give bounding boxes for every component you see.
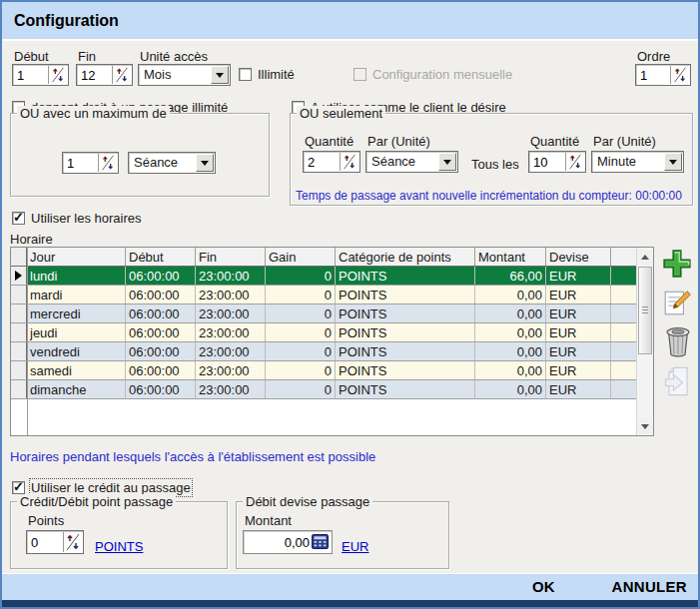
ordre-input[interactable]: [638, 66, 670, 84]
edit-button[interactable]: [662, 288, 692, 317]
spinner-up-down-icon[interactable]: [63, 532, 82, 552]
debut-input[interactable]: [15, 66, 48, 84]
cell-jour[interactable]: lundi: [27, 267, 126, 285]
annuler-button[interactable]: ANNULER: [612, 574, 687, 600]
table-row-samedi[interactable]: samedi 06:00:00 23:00:00 0 POINTS 0,00 E…: [11, 361, 653, 380]
cell-debut[interactable]: 06:00:00: [126, 267, 196, 285]
spinner-up-down-icon[interactable]: [670, 66, 689, 84]
debut-spinner[interactable]: [12, 64, 69, 86]
cell-devise[interactable]: EUR: [546, 342, 611, 360]
spinner-up-down-icon[interactable]: [48, 66, 67, 84]
delete-button[interactable]: [664, 324, 692, 358]
cell-gain[interactable]: 0: [266, 323, 336, 341]
unite-acces-dropdown[interactable]: Mois: [138, 64, 231, 86]
spinner-up-down-icon[interactable]: [98, 154, 117, 172]
cell-fin[interactable]: 23:00:00: [196, 267, 266, 285]
cell-devise[interactable]: EUR: [546, 380, 611, 398]
chevron-down-icon[interactable]: [664, 153, 682, 171]
cell-gain[interactable]: 0: [266, 342, 336, 360]
scroll-down-icon[interactable]: [638, 418, 652, 434]
fin-input[interactable]: [79, 66, 112, 84]
add-button[interactable]: [661, 248, 693, 280]
montant-field[interactable]: [243, 530, 333, 554]
maximum-input[interactable]: [65, 154, 98, 172]
cell-categorie[interactable]: POINTS: [336, 361, 475, 379]
row-selector[interactable]: [11, 342, 27, 360]
cell-devise[interactable]: EUR: [546, 323, 611, 341]
cell-montant[interactable]: 66,00: [475, 267, 546, 285]
table-row-mardi[interactable]: mardi 06:00:00 23:00:00 0 POINTS 0,00 EU…: [11, 286, 653, 304]
cell-debut[interactable]: 06:00:00: [126, 286, 196, 304]
utiliser-credit-checkbox[interactable]: Utiliser le crédit au passage: [12, 480, 191, 495]
calculator-icon[interactable]: [312, 534, 329, 549]
quantite-spinner-2[interactable]: [528, 151, 586, 173]
cell-jour[interactable]: mardi: [27, 286, 126, 304]
table-row-jeudi[interactable]: jeudi 06:00:00 23:00:00 0 POINTS 0,00 EU…: [11, 323, 653, 342]
fin-spinner[interactable]: [76, 64, 133, 86]
cell-debut[interactable]: 06:00:00: [126, 342, 196, 360]
table-row-mercredi[interactable]: mercredi 06:00:00 23:00:00 0 POINTS 0,00…: [11, 304, 653, 323]
cell-debut[interactable]: 06:00:00: [126, 304, 196, 322]
utiliser-horaires-checkbox[interactable]: Utiliser les horaires: [12, 211, 142, 226]
cell-devise[interactable]: EUR: [546, 267, 611, 285]
spinner-up-down-icon[interactable]: [565, 153, 584, 171]
cell-fin[interactable]: 23:00:00: [196, 361, 266, 379]
cell-categorie[interactable]: POINTS: [336, 342, 475, 360]
cell-gain[interactable]: 0: [266, 286, 336, 304]
scrollbar-thumb[interactable]: [638, 267, 652, 354]
par-unite-dropdown-1[interactable]: Séance: [365, 151, 458, 173]
cell-categorie[interactable]: POINTS: [336, 380, 475, 398]
cell-fin[interactable]: 23:00:00: [196, 380, 266, 398]
cell-categorie[interactable]: POINTS: [336, 304, 475, 322]
cell-fin[interactable]: 23:00:00: [196, 304, 266, 322]
eur-link[interactable]: EUR: [342, 539, 368, 554]
cell-devise[interactable]: EUR: [546, 304, 611, 322]
table-row-vendredi[interactable]: vendredi 06:00:00 23:00:00 0 POINTS 0,00…: [11, 342, 653, 361]
spinner-up-down-icon[interactable]: [112, 66, 131, 84]
table-row-dimanche[interactable]: dimanche 06:00:00 23:00:00 0 POINTS 0,00…: [11, 380, 653, 399]
cell-gain[interactable]: 0: [266, 267, 336, 285]
illimite-checkbox[interactable]: Illimité: [239, 67, 295, 82]
ordre-spinner[interactable]: [635, 64, 691, 86]
quantite-spinner-1[interactable]: [303, 151, 360, 173]
spinner-up-down-icon[interactable]: [340, 153, 358, 171]
cell-fin[interactable]: 23:00:00: [196, 323, 266, 341]
cell-montant[interactable]: 0,00: [475, 323, 546, 341]
cell-jour[interactable]: dimanche: [27, 380, 126, 398]
row-selector[interactable]: [11, 304, 27, 322]
cell-jour[interactable]: samedi: [27, 361, 126, 379]
cell-debut[interactable]: 06:00:00: [126, 380, 196, 398]
cell-montant[interactable]: 0,00: [475, 342, 546, 360]
cell-categorie[interactable]: POINTS: [336, 286, 475, 304]
row-selector[interactable]: [11, 286, 27, 304]
cell-gain[interactable]: 0: [266, 304, 336, 322]
chevron-down-icon[interactable]: [211, 66, 229, 84]
row-selector[interactable]: [11, 361, 27, 379]
cell-montant[interactable]: 0,00: [475, 286, 546, 304]
cell-debut[interactable]: 06:00:00: [126, 323, 196, 341]
points-input[interactable]: [29, 532, 63, 552]
points-link[interactable]: POINTS: [95, 539, 143, 554]
cell-gain[interactable]: 0: [266, 380, 336, 398]
chevron-down-icon[interactable]: [196, 154, 214, 172]
cell-montant[interactable]: 0,00: [475, 361, 546, 379]
cell-categorie[interactable]: POINTS: [336, 267, 475, 285]
cell-devise[interactable]: EUR: [546, 286, 611, 304]
chevron-down-icon[interactable]: [438, 153, 456, 171]
vertical-scrollbar[interactable]: [636, 248, 653, 435]
cell-debut[interactable]: 06:00:00: [126, 361, 196, 379]
cell-fin[interactable]: 23:00:00: [196, 286, 266, 304]
quantite-input-1[interactable]: [306, 153, 340, 171]
par-unite-dropdown-2[interactable]: Minute: [591, 151, 684, 173]
cell-categorie[interactable]: POINTS: [336, 323, 475, 341]
montant-input[interactable]: [246, 532, 312, 552]
quantite-input-2[interactable]: [531, 153, 565, 171]
cell-jour[interactable]: vendredi: [27, 342, 126, 360]
ok-button[interactable]: OK: [532, 574, 555, 600]
cell-fin[interactable]: 23:00:00: [196, 342, 266, 360]
cell-gain[interactable]: 0: [266, 361, 336, 379]
points-spinner[interactable]: [26, 530, 84, 554]
row-selector[interactable]: [11, 323, 27, 341]
table-row-lundi[interactable]: lundi 06:00:00 23:00:00 0 POINTS 66,00 E…: [11, 267, 653, 286]
cell-montant[interactable]: 0,00: [475, 304, 546, 322]
